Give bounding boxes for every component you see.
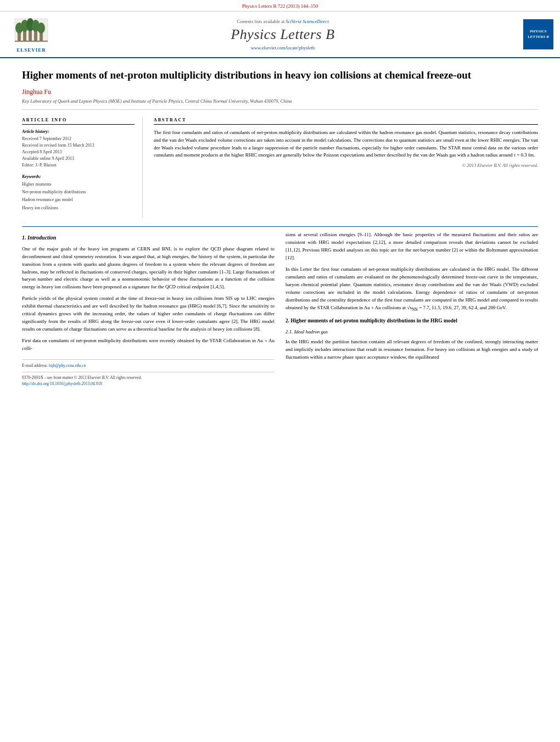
section2-1-heading: 2.1. Ideal hadron gas xyxy=(285,328,538,336)
article-info-label: ARTICLE INFO xyxy=(22,118,135,125)
elsevier-tree-icon xyxy=(12,16,51,46)
copyright-line: © 2013 Elsevier B.V. All rights reserved… xyxy=(154,163,538,168)
abstract-label: ABSTRACT xyxy=(154,118,538,125)
history-editor: Editor: J.-P. Blaizot xyxy=(22,162,135,169)
info-abstract-section: ARTICLE INFO Article history: Received 7… xyxy=(22,118,538,218)
elsevier-wordmark: ELSEVIER xyxy=(16,47,46,53)
journal-center: Contents lists available at SciVerse Sci… xyxy=(56,19,509,51)
plb-badge-area: PHYSICS LETTERS B xyxy=(509,19,553,49)
svg-rect-11 xyxy=(15,41,48,42)
doi-link[interactable]: http://dx.doi.org/10.1016/j.physletb.201… xyxy=(22,381,102,386)
history-received: Received 7 September 2012 xyxy=(22,136,135,142)
section1-heading: 1. Introduction xyxy=(22,233,275,242)
section2-para1: In the HRG model the partition function … xyxy=(285,338,538,361)
history-revised: Received in revised form 15 March 2013 xyxy=(22,142,135,149)
footnote-area: E-mail address: fujh@phy.ccnu.edu.cn xyxy=(22,359,275,369)
section2-heading: 2. Higher moments of net-proton multipli… xyxy=(285,317,538,325)
abstract-column: ABSTRACT The first four cumulants and ra… xyxy=(154,118,538,218)
history-heading: Article history: xyxy=(22,129,135,134)
page: Physics Letters B 722 (2013) 144–150 xyxy=(0,0,560,742)
body-columns: 1. Introduction One of the major goals o… xyxy=(22,231,538,387)
email-label: E-mail address: xyxy=(22,363,48,368)
section1-right-para1: sions at several collision energies [9–1… xyxy=(285,231,538,262)
article-title: Higher moments of net-proton multiplicit… xyxy=(22,68,538,82)
license-text: 0370-2693/$ – see front matter © 2013 El… xyxy=(22,375,275,381)
keyword-3: Hadron resonance gas model xyxy=(22,196,135,204)
history-online: Available online 9 April 2013 xyxy=(22,155,135,162)
sciverse-link[interactable]: SciVerse ScienceDirect xyxy=(285,19,328,24)
article-content: Higher moments of net-proton multiplicit… xyxy=(0,58,560,398)
plb-badge-line1: PHYSICS xyxy=(530,29,546,34)
plb-badge-line2: LETTERS B xyxy=(528,35,549,40)
body-col-right: sions at several collision energies [9–1… xyxy=(285,231,538,387)
citation-text: Physics Letters B 722 (2013) 144–150 xyxy=(242,3,318,9)
keyword-1: Higher moments xyxy=(22,181,135,188)
section1-right-para2: In this Letter the first four cumulants … xyxy=(285,266,538,313)
journal-url-link[interactable]: www.elsevier.com/locate/physletb xyxy=(251,45,315,51)
section1-para3: First data on cumulants of net-proton mu… xyxy=(22,337,275,353)
affiliation: Key Laboratory of Quark and Lepton Physi… xyxy=(22,98,538,110)
journal-header: ELSEVIER Contents lists available at Sci… xyxy=(0,12,560,58)
keyword-4: Heavy ion collisions xyxy=(22,204,135,212)
sciverse-text: Contents lists available at SciVerse Sci… xyxy=(56,19,509,24)
keywords-block: Keywords: Higher moments Net-proton mult… xyxy=(22,174,135,213)
license-area: 0370-2693/$ – see front matter © 2013 El… xyxy=(22,372,275,387)
elsevier-logo-area: ELSEVIER xyxy=(7,16,56,53)
author-name: Jinghua Fu xyxy=(22,88,538,96)
article-info-column: ARTICLE INFO Article history: Received 7… xyxy=(22,118,143,218)
body-divider xyxy=(22,226,538,227)
doi-text: http://dx.doi.org/10.1016/j.physletb.201… xyxy=(22,381,275,387)
history-accepted: Accepted 8 April 2013 xyxy=(22,149,135,155)
article-history-block: Article history: Received 7 September 20… xyxy=(22,129,135,169)
abstract-text: The first four cumulants and ratios of c… xyxy=(154,129,538,160)
journal-title: Physics Letters B xyxy=(56,26,509,43)
body-col-left: 1. Introduction One of the major goals o… xyxy=(22,231,275,387)
email-link[interactable]: fujh@phy.ccnu.edu.cn xyxy=(49,363,86,368)
section1-para1: One of the major goals of the heavy ion … xyxy=(22,246,275,292)
plb-badge: PHYSICS LETTERS B xyxy=(523,19,553,49)
footnote-email: E-mail address: fujh@phy.ccnu.edu.cn xyxy=(22,362,275,369)
keywords-heading: Keywords: xyxy=(22,174,135,179)
journal-url: www.elsevier.com/locate/physletb xyxy=(56,45,509,51)
svg-point-10 xyxy=(37,23,45,34)
citation-bar: Physics Letters B 722 (2013) 144–150 xyxy=(0,0,560,12)
section1-para2: Particle yields of the physical system c… xyxy=(22,295,275,333)
keywords-list: Higher moments Net-proton multiplicity d… xyxy=(22,181,135,213)
keyword-2: Net-proton multiplicity distributions xyxy=(22,188,135,196)
